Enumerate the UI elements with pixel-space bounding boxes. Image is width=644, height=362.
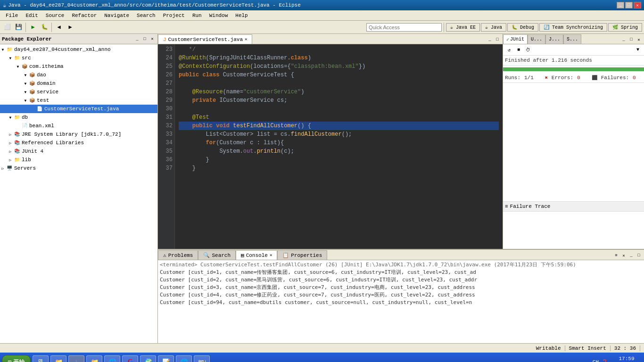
save-button[interactable]: 💾 (13, 22, 24, 33)
quick-access-input[interactable] (366, 23, 442, 32)
editor-maximize-icon[interactable]: □ (494, 36, 501, 43)
taskbar-app-8[interactable]: 🌐 (176, 355, 192, 362)
console-stop-icon[interactable]: ■ (613, 252, 619, 259)
editor-minimize-icon[interactable]: _ (487, 36, 493, 43)
junit-filter-button[interactable]: ▼ (634, 46, 642, 54)
new-button[interactable]: ⬜ (2, 22, 12, 33)
minimize-button[interactable]: _ (617, 2, 624, 8)
tree-item[interactable]: ▼📦service (0, 88, 157, 96)
tree-item[interactable]: ▼📁src (0, 54, 157, 62)
menu-navigate[interactable]: Navigate (100, 12, 133, 19)
console-label: Console (246, 253, 268, 258)
junit-tab-u[interactable]: U... (528, 34, 545, 44)
panel-minimize-icon[interactable]: _ (134, 36, 140, 42)
tree-item[interactable]: 📄CustomerServiceTest.java (0, 105, 157, 113)
junit-stop-button[interactable]: ■ (514, 46, 523, 54)
back-button[interactable]: ◀ (54, 22, 64, 33)
forward-button[interactable]: ▶ (65, 22, 75, 33)
junit-tab-s[interactable]: S... (563, 34, 581, 44)
menu-edit[interactable]: Edit (22, 12, 41, 19)
console-line: Customer [cust_id=4, cust_name=修正药业, cus… (160, 291, 642, 299)
tree-item[interactable]: ▷📚Referenced Libraries (0, 139, 157, 147)
code-editor[interactable]: 232425262728293031323334353637 */@RunWit… (158, 44, 503, 249)
taskbar-app-eclipse[interactable]: ☕ (68, 355, 84, 362)
menu-file[interactable]: File (2, 12, 22, 19)
junit-panel: ✓ JUnit U... J... S... _ □ ✕ (503, 34, 644, 249)
tree-item[interactable]: ▷🖥️Servers (0, 164, 157, 173)
tree-item[interactable]: ▼📦domain (0, 79, 157, 88)
console-tab-close-icon[interactable]: ✕ (270, 253, 272, 258)
panel-maximize-icon[interactable]: □ (141, 36, 148, 42)
close-button[interactable]: ✕ (634, 2, 641, 8)
taskbar-icon-eclipse: ☕ (72, 357, 81, 362)
tree-item[interactable]: ▷📚JUnit 4 (0, 147, 157, 156)
bottom-tab-problems[interactable]: ⚠ Problems (158, 250, 198, 260)
menu-help[interactable]: Help (231, 12, 251, 19)
tree-item[interactable]: ▼📦dao (0, 71, 157, 79)
junit-history-button[interactable]: ⏱ (524, 46, 532, 54)
toolbar-sep-2 (51, 23, 52, 32)
tree-item[interactable]: ▼📦com.itheima (0, 62, 157, 71)
maximize-button[interactable]: □ (625, 2, 633, 8)
menu-refactor[interactable]: Refactor (68, 12, 100, 19)
tree-arrow-icon: ▼ (23, 90, 28, 94)
taskbar-app-9[interactable]: 📷 (194, 355, 210, 362)
junit-minimize-icon[interactable]: _ (620, 36, 627, 43)
tree-item[interactable]: ▷📚JRE System Library [jdk1.7.0_72] (0, 130, 157, 139)
perspective-team[interactable]: 🔄 Team Synchronizing (539, 23, 607, 32)
debug-button[interactable]: 🐛 (39, 22, 50, 33)
junit-tab-junit[interactable]: ✓ JUnit (503, 34, 528, 44)
tree-item-label: bean.xml (29, 123, 54, 129)
tab-close-icon[interactable]: ✕ (245, 37, 247, 42)
tree-arrow-icon: ▷ (8, 141, 13, 145)
taskbar-app-2[interactable]: 📁 (50, 355, 66, 362)
taskbar-app-3[interactable]: 📁 (86, 355, 102, 362)
perspective-javaee[interactable]: ☕ Java EE (446, 23, 480, 32)
editor-tab-customer[interactable]: J CustomerServiceTest.java ✕ (158, 34, 252, 44)
panel-close-icon[interactable]: ✕ (149, 36, 156, 42)
code-line: @RunWith(SpringJUnit4ClassRunner.class) (179, 54, 499, 62)
perspective-debug[interactable]: 🐛 Debug (507, 23, 538, 32)
taskbar-app-5[interactable]: G (122, 355, 138, 362)
panel-controls: _ □ ✕ (134, 36, 156, 42)
tree-item[interactable]: ▼📁day64_ee287_04customer_xml_anno (0, 45, 157, 54)
tree-item-label: JUnit 4 (22, 148, 43, 154)
junit-tab-j[interactable]: J... (545, 34, 563, 44)
menu-source[interactable]: Source (42, 12, 68, 19)
taskbar-app-6[interactable]: 🌍 (140, 355, 156, 362)
junit-progress-bar (503, 67, 644, 71)
junit-rerun-button[interactable]: ↺ (505, 46, 513, 54)
tree-node-icon: 📄 (36, 105, 43, 113)
console-minimize-icon[interactable]: _ (628, 252, 635, 259)
code-content[interactable]: */@RunWith(SpringJUnit4ClassRunner.class… (175, 44, 503, 249)
tree-node-icon: 📄 (21, 122, 28, 130)
junit-close-icon[interactable]: ✕ (636, 36, 642, 43)
title-bar: ☕ Java - day64_ee287_04customer_xml_anno… (0, 0, 644, 10)
search-label: Search (212, 253, 231, 258)
taskbar-app-7[interactable]: 📝 (158, 355, 174, 362)
tree-item[interactable]: ▼📁db (0, 113, 157, 122)
java-file-icon: J (163, 37, 166, 42)
line-numbers: 232425262728293031323334353637 (158, 44, 175, 249)
bottom-tab-console[interactable]: ▤ Console ✕ (236, 250, 277, 260)
menu-search[interactable]: Search (133, 12, 159, 19)
console-clear-icon[interactable]: ✕ (620, 252, 627, 259)
menu-project[interactable]: Project (159, 12, 189, 19)
start-button[interactable]: ⊞ 开始 (2, 355, 31, 362)
junit-maximize-icon[interactable]: □ (628, 36, 635, 43)
console-maximize-icon[interactable]: □ (636, 252, 642, 259)
taskbar-app-1[interactable]: 🖥 (33, 355, 49, 362)
perspective-java[interactable]: ☕ Java (481, 23, 506, 32)
tree-item[interactable]: 📄bean.xml (0, 122, 157, 130)
tree-item[interactable]: ▼📦test (0, 96, 157, 105)
menu-window[interactable]: Window (206, 12, 232, 19)
perspective-spring[interactable]: 🌿 Spring (608, 23, 642, 32)
bottom-tab-search[interactable]: 🔍 Search (198, 250, 236, 260)
run-button[interactable]: ▶ (28, 22, 38, 33)
bottom-tab-properties[interactable]: 📋 Properties (277, 250, 327, 260)
junit-stats: Runs: 1/1 ✖ Errors: 0 ⬛ Failures: 0 (503, 73, 644, 83)
problems-label: Problems (168, 253, 193, 258)
tree-item[interactable]: ▷📁lib (0, 156, 157, 164)
menu-run[interactable]: Run (189, 12, 206, 19)
taskbar-app-4[interactable]: 🌐 (104, 355, 120, 362)
